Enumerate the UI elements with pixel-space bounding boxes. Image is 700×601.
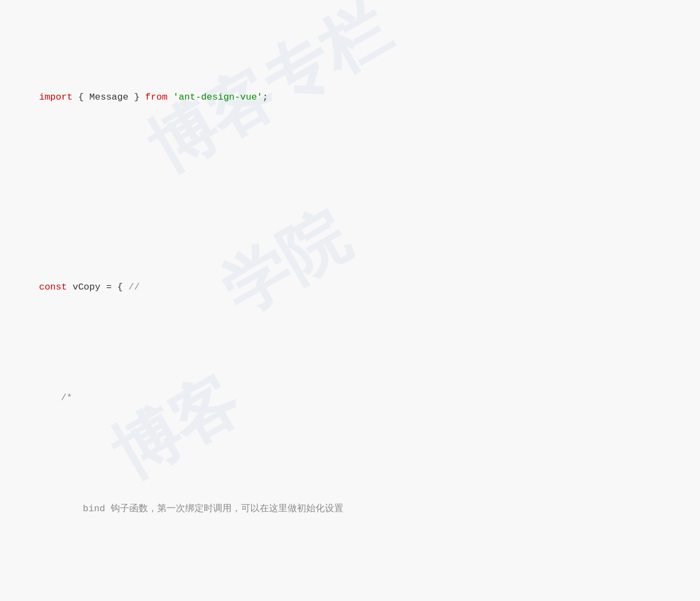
code-line-4: /* [27, 374, 695, 422]
comment-open: /* [61, 392, 72, 403]
keyword-const: const [39, 282, 67, 292]
comment-bind: bind 钩子函数，第一次绑定时调用，可以在这里做初始化设置 [83, 504, 343, 514]
comment-1: // [128, 282, 139, 292]
code-block: import { Message } from 'ant-design-vue'… [5, 11, 695, 601]
code-line-empty [5, 185, 695, 201]
code-container: 博客专栏 学院 博客 import { Message } from 'ant-… [0, 0, 700, 601]
code-line-5: bind 钩子函数，第一次绑定时调用，可以在这里做初始化设置 [49, 486, 695, 533]
code-line-6: el: 作用的 dom 对象 [49, 596, 695, 601]
code-line-3: const vCopy = { // [5, 264, 695, 311]
string-module: 'ant-design-vue' [173, 92, 262, 102]
keyword-from: from [145, 92, 168, 102]
keyword-import: import [39, 92, 72, 102]
code-line-1: import { Message } from 'ant-design-vue'… [5, 74, 695, 122]
